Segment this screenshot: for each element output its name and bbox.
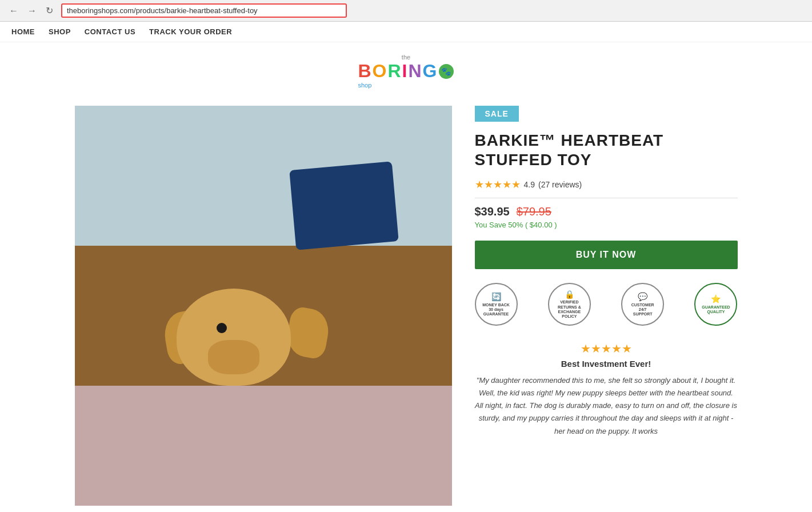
bg-pillow [289,161,399,250]
buy-button[interactable]: BUY IT NOW [475,241,738,269]
dog-body [154,277,337,426]
badge-support-text: CUSTOMER24/7SUPPORT [631,303,654,317]
price-original: $79.95 [517,205,551,218]
money-back-icon: 🔄 [491,292,501,302]
stars-row: ★★★★★ 4.9 (27 reviews) [475,178,738,191]
dog-eye [217,323,227,333]
price-current: $39.95 [475,205,510,218]
review-title: Best Investment Ever! [475,359,738,369]
logo-r: R [388,61,402,82]
browser-chrome: ← → ↻ theboringshops.com/products/barkie… [0,0,812,22]
site-logo[interactable]: the BORING 🐾 shop [358,54,454,89]
logo-g: G [423,61,438,82]
product-image [75,106,452,506]
logo-container: the BORING 🐾 shop [0,42,812,106]
review-stars: ★★★★★ [475,342,738,355]
rating-value: 4.9 [524,180,535,189]
price-divider [475,198,738,198]
product-info: SALE BARKIE™ HEARTBEAT STUFFED TOY ★★★★★… [475,106,738,506]
dog-ear-right [284,306,332,361]
review-text: "My daughter recommended this to me, she… [475,374,738,437]
badge-money-back: 🔄 MONEY BACK30 daysGUARANTEE [475,283,518,326]
badge-money-back-text: MONEY BACK30 daysGUARANTEE [482,303,510,317]
nav-shop[interactable]: SHOP [49,27,71,36]
dog-snout [208,340,259,374]
product-title-line1: BARKIE™ HEARTBEAT [475,131,664,149]
badge-support: 💬 CUSTOMER24/7SUPPORT [621,283,664,326]
product-title-line2: STUFFED TOY [475,151,592,169]
product-title: BARKIE™ HEARTBEAT STUFFED TOY [475,131,738,169]
price-row: $39.95 $79.95 [475,205,738,218]
trust-badges: 🔄 MONEY BACK30 daysGUARANTEE 🔒 VERIFIEDR… [475,283,738,326]
logo-text: BORING 🐾 [358,61,454,82]
support-icon: 💬 [638,292,647,302]
logo-b: B [358,61,373,82]
logo-o: O [373,61,388,82]
reload-button[interactable]: ↻ [42,4,57,17]
savings-text: You Save 50% ( $40.00 ) [475,221,738,229]
badge-quality-text: GUARANTEEDQUALITY [702,305,730,315]
forward-button[interactable]: → [24,5,40,17]
puppy-scene [75,106,452,506]
quality-icon: ⭐ [711,294,721,304]
logo-i: I [402,61,409,82]
returns-icon: 🔒 [565,290,574,299]
star-icons: ★★★★★ [475,178,521,191]
nav-contact[interactable]: CONTACT US [85,27,135,36]
logo-shop: shop [358,82,454,89]
nav-home[interactable]: HOME [11,27,35,36]
logo-icon-svg: 🐾 [438,63,454,79]
product-layout: SALE BARKIE™ HEARTBEAT STUFFED TOY ★★★★★… [63,106,749,506]
badge-returns-text: VERIFIEDRETURNS &EXCHANGEPOLICY [558,300,581,319]
product-image-container [75,106,452,506]
logo-the: the [358,54,454,61]
nav-track[interactable]: TRACK YOUR ORDER [149,27,232,36]
logo-n: N [409,61,423,82]
sale-badge: SALE [475,106,519,122]
site-navigation: HOME SHOP CONTACT US TRACK YOUR ORDER [0,22,812,42]
badge-quality: ⭐ GUARANTEEDQUALITY [694,283,737,326]
address-bar[interactable]: theboringshops.com/products/barkie-heart… [61,3,347,18]
dog-head [177,289,291,386]
browser-nav-buttons: ← → ↻ [6,4,57,17]
badge-returns: 🔒 VERIFIEDRETURNS &EXCHANGEPOLICY [548,283,591,326]
review-count: (27 reviews) [538,180,582,189]
back-button[interactable]: ← [6,5,22,17]
svg-text:🐾: 🐾 [441,67,451,77]
